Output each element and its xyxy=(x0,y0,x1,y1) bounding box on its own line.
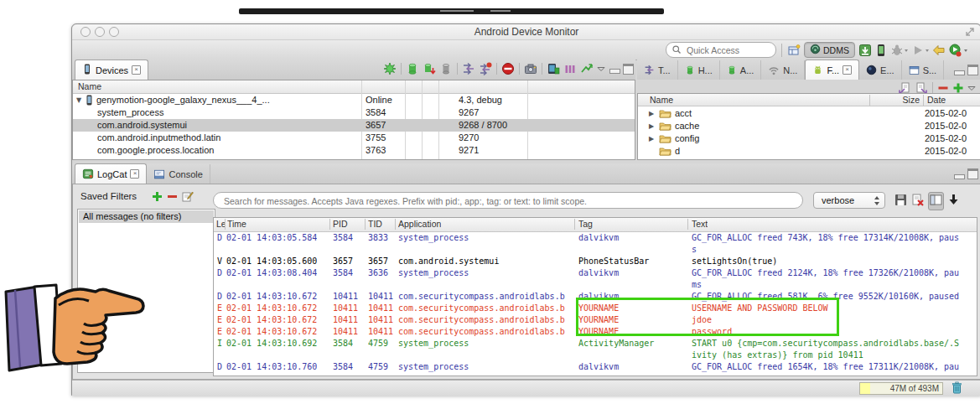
tag-column-header[interactable]: Tag xyxy=(578,219,593,229)
method-profiling-icon[interactable] xyxy=(479,62,492,75)
saved-filter-item[interactable]: All messages (no filters) xyxy=(79,210,214,223)
log-line[interactable]: ms xyxy=(214,279,977,291)
logcat-search-box[interactable] xyxy=(213,192,803,209)
column-divider[interactable] xyxy=(923,95,924,106)
tab-h[interactable]: H... xyxy=(678,60,720,80)
application-column-header[interactable]: Application xyxy=(398,219,441,229)
minimize-panel-icon[interactable] xyxy=(954,70,965,75)
expand-arrow-icon[interactable]: ▼ xyxy=(76,94,81,106)
add-filter-icon[interactable] xyxy=(152,190,163,205)
back-arrow-icon[interactable] xyxy=(932,44,946,57)
device-view-icon[interactable] xyxy=(874,44,888,57)
log-line[interactable]: V02-01 14:03:05.60036573657com.android.s… xyxy=(214,256,977,267)
tab-s[interactable]: S... xyxy=(902,60,945,80)
quick-access-field[interactable] xyxy=(685,44,760,56)
devices-table-header[interactable]: Name xyxy=(73,80,635,94)
file-row[interactable]: ▶acct2015-02-0 xyxy=(638,107,980,120)
open-perspective-button[interactable] xyxy=(787,43,801,58)
log-line[interactable]: E02-01 14:03:10.6721041110411com.securit… xyxy=(214,303,977,314)
minimize-panel-icon[interactable] xyxy=(954,174,965,179)
scroll-lock-icon[interactable] xyxy=(948,194,959,210)
toggle-filters-view-icon[interactable] xyxy=(928,192,944,210)
close-tab-icon[interactable]: × xyxy=(132,65,141,75)
device-row[interactable]: ▼genymotion-google_galaxy_nexus___4_...O… xyxy=(73,94,635,106)
tab-devices[interactable]: Devices × xyxy=(75,60,148,80)
tab-t[interactable]: T... xyxy=(637,60,678,80)
view-menu-icon[interactable] xyxy=(597,62,605,75)
time-column-header[interactable]: Time xyxy=(227,219,246,229)
log-line[interactable]: I02-01 14:03:10.69235844759system_proces… xyxy=(214,338,977,350)
expand-arrow-icon[interactable]: ▶ xyxy=(649,132,654,145)
debug-process-icon[interactable] xyxy=(383,62,397,75)
run-dropdown-icon[interactable] xyxy=(911,44,930,57)
close-tab-icon[interactable]: × xyxy=(843,65,852,75)
cause-gc-icon[interactable] xyxy=(439,62,453,75)
device-row[interactable]: system_process35849267 xyxy=(73,106,635,119)
screen-record-icon[interactable] xyxy=(547,62,560,75)
file-row[interactable]: d2015-02-0 xyxy=(638,145,980,158)
log-line[interactable]: D02-01 14:03:10.76035844759system_proces… xyxy=(214,361,977,373)
expand-arrow-icon[interactable]: ▶ xyxy=(649,107,654,120)
log-line[interactable]: s xyxy=(214,244,977,256)
maximize-panel-icon[interactable] xyxy=(967,168,978,179)
screen-capture-icon[interactable] xyxy=(524,62,537,75)
external-run-icon[interactable] xyxy=(948,44,968,57)
update-heap-icon[interactable] xyxy=(406,62,419,75)
logcat-table[interactable]: Le Time PID TID Application Tag Text D02… xyxy=(213,217,977,376)
expand-corner-icon[interactable] xyxy=(964,26,976,38)
log-level-select[interactable]: verbose xyxy=(813,192,885,209)
quick-access-input[interactable] xyxy=(666,42,776,58)
hierarchy-view-icon[interactable] xyxy=(563,62,577,75)
dump-hprof-icon[interactable] xyxy=(423,62,436,75)
systrace-icon[interactable] xyxy=(580,62,594,75)
tab-n[interactable]: N... xyxy=(761,60,805,80)
clear-log-icon[interactable] xyxy=(911,194,924,210)
devices-name-column-header[interactable]: Name xyxy=(78,81,101,91)
log-line[interactable]: ivity (has extras)} from pid 10411 xyxy=(214,350,977,361)
save-log-icon[interactable] xyxy=(894,194,907,210)
minimize-panel-icon[interactable] xyxy=(609,69,620,74)
device-row[interactable]: com.android.systemui36579268 / 8700 xyxy=(73,119,635,132)
debug-dropdown-icon[interactable] xyxy=(890,44,909,57)
log-line[interactable]: ms xyxy=(214,373,977,376)
file-table-header[interactable]: Name Size Date xyxy=(638,94,980,106)
sdk-manager-icon[interactable] xyxy=(858,44,872,57)
close-tab-icon[interactable]: × xyxy=(130,169,139,179)
delete-file-icon[interactable] xyxy=(937,82,949,94)
tid-column-header[interactable]: TID xyxy=(368,219,382,229)
file-row[interactable]: ▶config2015-02-0 xyxy=(638,132,980,145)
tab-f[interactable]: F...× xyxy=(805,60,859,80)
logcat-table-header[interactable]: Le Time PID TID Application Tag Text xyxy=(214,218,977,232)
stop-process-icon[interactable] xyxy=(501,62,515,75)
pid-column-header[interactable]: PID xyxy=(333,219,348,229)
expand-arrow-icon[interactable]: ▶ xyxy=(649,120,654,132)
log-line[interactable]: E02-01 14:03:10.6721041110411com.securit… xyxy=(214,314,977,326)
log-line[interactable]: D02-01 14:03:10.6721041110411com.securit… xyxy=(214,291,977,303)
column-divider[interactable] xyxy=(869,95,870,106)
tab-console[interactable]: Console xyxy=(147,164,210,184)
file-name-column-header[interactable]: Name xyxy=(650,95,673,105)
ddms-perspective-button[interactable]: DDMS xyxy=(804,42,855,58)
edit-filter-icon[interactable] xyxy=(182,190,194,205)
log-line[interactable]: E02-01 14:03:10.6721041110411com.securit… xyxy=(214,326,977,338)
file-row[interactable]: ▶cache2015-02-0 xyxy=(638,120,980,132)
title-bar[interactable]: Android Device Monitor xyxy=(72,24,980,40)
logcat-search-input[interactable] xyxy=(222,193,797,210)
update-threads-icon[interactable] xyxy=(462,62,475,75)
tab-logcat[interactable]: LogCat× xyxy=(75,163,147,184)
log-line[interactable]: D02-01 14:03:08.40435843636system_proces… xyxy=(214,267,977,279)
level-column-header[interactable]: Le xyxy=(216,219,225,229)
device-row[interactable]: com.google.process.location37639271 xyxy=(73,144,635,157)
maximize-panel-icon[interactable] xyxy=(967,65,978,75)
file-size-column-header[interactable]: Size xyxy=(873,95,920,105)
add-file-icon[interactable] xyxy=(952,82,964,94)
text-column-header[interactable]: Text xyxy=(692,219,708,229)
maximize-panel-icon[interactable] xyxy=(623,64,634,75)
device-row[interactable]: com.android.inputmethod.latin37559270 xyxy=(73,132,635,144)
file-date-column-header[interactable]: Date xyxy=(927,95,946,105)
log-line[interactable]: D02-01 14:03:05.58435843833system_proces… xyxy=(214,232,977,244)
tab-a[interactable]: A... xyxy=(720,60,762,80)
tab-e[interactable]: E... xyxy=(859,60,902,80)
remove-filter-icon[interactable] xyxy=(167,190,178,205)
garbage-collect-icon[interactable] xyxy=(951,381,962,397)
